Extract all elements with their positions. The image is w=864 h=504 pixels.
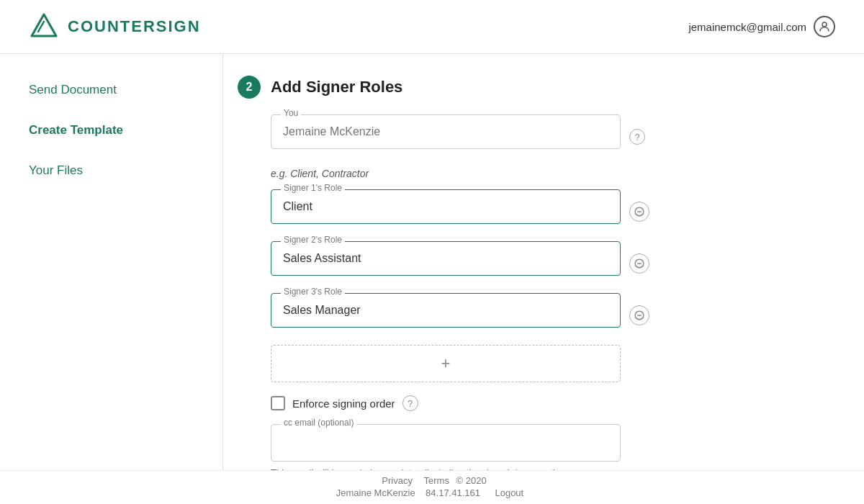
enforce-signing-help-icon[interactable]: ?: [402, 395, 418, 411]
remove-signer-3-button[interactable]: [629, 305, 649, 325]
step-badge: 2: [238, 76, 261, 99]
header-right: jemainemck@gmail.com: [688, 16, 835, 37]
logo-text: COUNTERSIGN: [68, 17, 201, 36]
hint-text: e.g. Client, Contractor: [271, 168, 835, 179]
signer-row-3: Signer 3's Role: [271, 293, 835, 338]
remove-signer-1-button[interactable]: [629, 202, 649, 222]
you-input[interactable]: [271, 114, 621, 149]
signer-1-label: Signer 1's Role: [281, 183, 345, 193]
step-header: 2 Add Signer Roles: [223, 76, 835, 99]
enforce-signing-checkbox[interactable]: [271, 396, 285, 410]
sidebar-item-your-files[interactable]: Your Files: [29, 163, 194, 178]
signer-2-label: Signer 2's Role: [281, 235, 345, 245]
footer-links-row: Privacy Terms © 2020: [0, 475, 864, 486]
signer-row-2: Signer 2's Role: [271, 241, 835, 286]
user-email: jemainemck@gmail.com: [688, 21, 806, 33]
signer-1-field-group: Signer 1's Role: [271, 189, 621, 224]
user-icon[interactable]: [814, 16, 835, 37]
footer-user-name: Jemaine McKenzie: [336, 487, 415, 498]
copyright: © 2020: [456, 475, 487, 486]
you-field-group: You: [271, 114, 621, 149]
sidebar-item-send-document[interactable]: Send Document: [29, 83, 194, 97]
main-content: 2 Add Signer Roles You ? e.g. Client, Co…: [223, 54, 864, 504]
terms-link[interactable]: Terms: [424, 475, 449, 486]
logout-link[interactable]: Logout: [495, 487, 523, 498]
you-help-icon[interactable]: ?: [629, 129, 645, 145]
signer-row-1: Signer 1's Role: [271, 189, 835, 234]
footer-user-row: Jemaine McKenzie 84.17.41.161 Logout: [0, 487, 864, 498]
signer-3-field-group: Signer 3's Role: [271, 293, 621, 328]
header: COUNTERSIGN jemainemck@gmail.com: [0, 0, 864, 54]
svg-point-2: [822, 22, 827, 27]
sidebar-item-create-template[interactable]: Create Template: [29, 123, 194, 138]
you-label: You: [281, 108, 301, 118]
signer-3-label: Signer 3's Role: [281, 287, 345, 297]
svg-marker-0: [32, 14, 56, 36]
footer: Privacy Terms © 2020 Jemaine McKenzie 84…: [0, 470, 864, 504]
step-title: Add Signer Roles: [271, 78, 402, 96]
cc-label: cc email (optional): [281, 418, 356, 428]
remove-signer-2-button[interactable]: [629, 253, 649, 274]
logo-area: COUNTERSIGN: [29, 12, 201, 42]
logo-icon: [29, 12, 59, 42]
add-signer-button[interactable]: +: [271, 345, 621, 382]
signer-2-field-group: Signer 2's Role: [271, 241, 621, 276]
footer-ip: 84.17.41.161: [426, 487, 480, 498]
form-area: You ? e.g. Client, Contractor Signer 1's…: [223, 114, 835, 504]
cc-field-group: cc email (optional): [271, 424, 835, 462]
add-icon: +: [441, 354, 451, 373]
privacy-link[interactable]: Privacy: [382, 475, 413, 486]
you-row: You ?: [271, 114, 835, 159]
cc-email-input[interactable]: [271, 424, 621, 462]
signer-2-input[interactable]: [271, 241, 621, 276]
layout: Send Document Create Template Your Files…: [0, 54, 864, 504]
enforce-signing-row: Enforce signing order ?: [271, 395, 835, 411]
signer-3-input[interactable]: [271, 293, 621, 328]
sidebar: Send Document Create Template Your Files: [0, 54, 223, 504]
signer-1-input[interactable]: [271, 189, 621, 224]
enforce-signing-label: Enforce signing order: [292, 397, 395, 410]
